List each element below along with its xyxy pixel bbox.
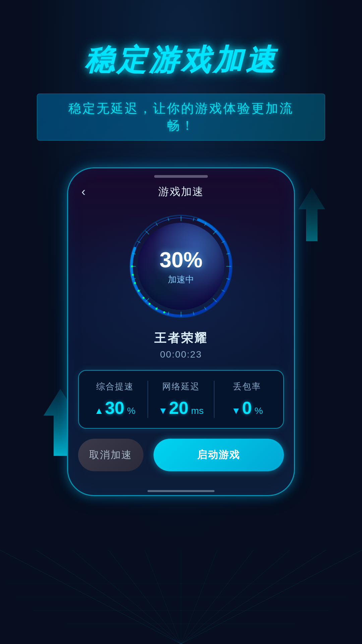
speedometer-status: 加速中 <box>168 274 194 285</box>
speedometer-percent-value: 30% <box>160 248 202 272</box>
start-game-button[interactable]: 启动游戏 <box>154 439 284 471</box>
stat-speed-arrow-icon: ▲ <box>94 406 104 416</box>
speedometer-inner-circle: 30% 加速中 <box>137 223 225 310</box>
game-timer: 00:00:23 <box>154 349 208 360</box>
right-arrow-icon <box>295 187 328 241</box>
stat-latency-value-row: ▼ 20 ms <box>159 398 204 418</box>
svg-marker-16 <box>298 187 325 241</box>
page-content: 稳定游戏加速 稳定无延迟，让你的游戏体验更加流畅！ <box>0 0 362 644</box>
svg-line-43 <box>168 218 169 221</box>
stat-speed-unit: % <box>127 406 135 416</box>
stat-packet-loss-value-row: ▼ 0 % <box>232 398 263 418</box>
stat-packet-loss: 丢包率 ▼ 0 % <box>218 381 277 418</box>
stat-latency-number: 20 <box>169 398 188 418</box>
stat-divider-1 <box>147 381 148 418</box>
phone-mockup-container: ‹ 游戏加速 <box>67 167 295 496</box>
phone-notch-area <box>68 168 294 181</box>
back-button[interactable]: ‹ <box>81 185 85 199</box>
svg-line-21 <box>193 218 194 221</box>
stat-speed-boost: 综合提速 ▲ 30 % <box>85 381 144 418</box>
game-info-section: 王者荣耀 00:00:23 <box>154 330 208 360</box>
phone-notch <box>154 175 208 178</box>
stat-packet-loss-label: 丢包率 <box>233 381 261 392</box>
game-name: 王者荣耀 <box>154 330 208 346</box>
stat-latency-arrow-icon: ▼ <box>159 406 168 416</box>
stat-packet-loss-arrow-icon: ▼ <box>232 406 241 416</box>
home-indicator <box>68 485 294 496</box>
stat-packet-loss-unit: % <box>254 406 263 416</box>
stat-packet-loss-number: 0 <box>242 398 252 418</box>
subtitle-text: 稳定无延迟，让你的游戏体验更加流畅！ <box>68 101 294 132</box>
phone-frame: ‹ 游戏加速 <box>67 167 295 496</box>
stat-speed-value-row: ▲ 30 % <box>94 398 135 418</box>
stat-divider-2 <box>214 381 215 418</box>
stats-panel: 综合提速 ▲ 30 % 网络延迟 ▼ 20 ms <box>78 370 284 429</box>
cancel-acceleration-button[interactable]: 取消加速 <box>78 439 143 471</box>
stat-latency-unit: ms <box>191 406 203 416</box>
main-title: 稳定游戏加速 <box>84 40 278 80</box>
phone-navigation-bar: ‹ 游戏加速 <box>68 181 294 206</box>
phone-screen-title: 游戏加速 <box>158 184 204 199</box>
home-bar <box>147 490 215 492</box>
subtitle-banner: 稳定无延迟，让你的游戏体验更加流畅！ <box>37 94 325 141</box>
stat-speed-number: 30 <box>105 398 124 418</box>
stat-latency-label: 网络延迟 <box>162 381 200 392</box>
svg-point-51 <box>131 265 133 267</box>
stat-latency: 网络延迟 ▼ 20 ms <box>152 381 210 418</box>
speedometer-area: 30% 加速中 王者荣耀 00:00:23 <box>68 213 294 360</box>
speedometer-gauge: 30% 加速中 <box>127 213 235 320</box>
action-buttons: 取消加速 启动游戏 <box>78 439 284 485</box>
stat-speed-label: 综合提速 <box>96 381 134 392</box>
